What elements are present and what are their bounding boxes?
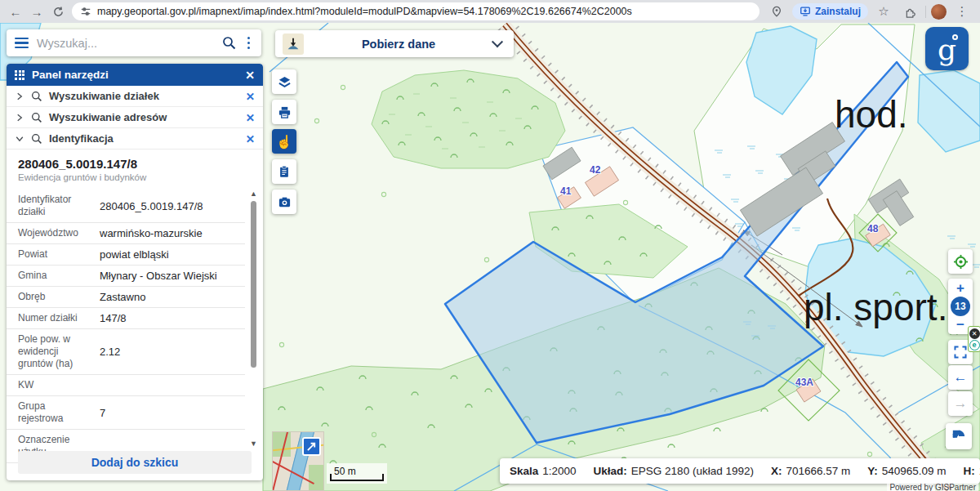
scrollbar-thumb[interactable] (251, 201, 256, 368)
chevron-down-icon (15, 134, 24, 144)
zoom-in-button[interactable]: + (956, 281, 964, 295)
browser-back-icon[interactable]: ← (5, 2, 26, 20)
map-status-bar: Skala1:2000 Układ:EPSG 2180 (układ 1992)… (500, 458, 980, 484)
building-label-41: 41 (560, 185, 572, 197)
close-tool-icon[interactable]: ✕ (246, 132, 255, 145)
browser-reload-icon[interactable] (47, 2, 69, 20)
search-icon[interactable] (222, 36, 236, 50)
tools-panel-header: Panel narzędzi ✕ (7, 64, 263, 86)
clipboard-icon (278, 165, 291, 178)
scroll-down-icon[interactable]: ▼ (250, 440, 257, 448)
attr-label: Grupa rejestrowa (18, 400, 93, 425)
attr-value: Młynary - Obszar Wiejski (93, 270, 217, 282)
camera-icon (278, 195, 292, 209)
site-info-icon[interactable] (80, 6, 91, 17)
attr-value: 2.12 (93, 346, 120, 358)
tool-label: Identyfikacja (49, 132, 239, 145)
tool-label: Wyszukiwanie adresów (49, 111, 239, 123)
zoom-out-button[interactable]: − (956, 318, 964, 332)
search-input[interactable]: Wyszukaj... (37, 37, 214, 50)
install-label: Zainstaluj (815, 6, 861, 17)
building-label-48: 48 (867, 223, 879, 234)
panel-scrollbar[interactable]: ▲ ▼ (248, 190, 260, 448)
download-data-dropdown[interactable]: Pobierz dane (275, 30, 514, 57)
table-row: Pole pow. w ewidencji gruntów (ha)2.12 (7, 329, 245, 375)
add-to-sketch-button[interactable]: Dodaj do szkicu (18, 451, 252, 474)
map-search-bar[interactable]: Wyszukaj... (7, 29, 261, 56)
history-back-button[interactable]: ← (948, 365, 973, 390)
attr-label: Numer działki (18, 312, 93, 324)
print-button[interactable] (272, 100, 296, 124)
edge-badges: ✕ e (968, 326, 980, 352)
building-label-43a: 43A (795, 377, 813, 388)
touch-pointer-icon: ☝ (276, 134, 292, 150)
map-label-hod: hod. (835, 93, 908, 136)
zoom-level-badge: 13 (951, 297, 970, 316)
profile-avatar[interactable] (931, 4, 947, 20)
attr-label: Województwo (18, 227, 93, 239)
close-panel-icon[interactable]: ✕ (245, 69, 255, 82)
search-options-icon[interactable] (244, 35, 254, 51)
close-tool-icon[interactable]: ✕ (246, 90, 255, 103)
address-bar[interactable]: mapy.geoportal.gov.pl/imapnext/imap/inde… (72, 2, 760, 20)
crs-readout: Układ:EPSG 2180 (układ 1992) (594, 465, 754, 477)
gispartner-logo-icon (951, 429, 966, 444)
edge-close-badge[interactable]: ✕ (969, 328, 980, 339)
scroll-up-icon[interactable]: ▲ (250, 190, 257, 198)
table-row: ObrębZastawno (7, 287, 245, 308)
chevron-right-icon (15, 92, 24, 101)
download-data-label: Pobierz dane (304, 38, 493, 51)
extensions-icon[interactable] (899, 2, 920, 20)
menu-hamburger-icon[interactable] (15, 38, 29, 48)
tool-address-search[interactable]: Wyszukiwanie adresów ✕ (7, 107, 263, 128)
location-permission-icon[interactable] (766, 2, 787, 20)
table-row: GminaMłynary - Obszar Wiejski (7, 266, 245, 287)
geoportal-logo[interactable]: g (925, 27, 969, 70)
geolocation-button[interactable] (948, 249, 973, 274)
search-icon (31, 112, 42, 123)
tools-panel: Panel narzędzi ✕ Wyszukiwanie działek ✕ … (7, 64, 263, 480)
logo-dot-icon (952, 34, 958, 40)
browser-toolbar: ← → mapy.geoportal.gov.pl/imapnext/imap/… (0, 0, 980, 23)
close-tool-icon[interactable]: ✕ (246, 111, 255, 124)
x-coordinate-readout: X:701666.57 m (771, 465, 850, 477)
edge-e-badge[interactable]: e (969, 340, 980, 350)
chevron-right-icon (15, 113, 24, 123)
scale-bar: 50 m (327, 463, 387, 484)
table-row: Województwowarmińsko-mazurskie (7, 223, 245, 244)
minimap-expand-icon[interactable] (302, 437, 321, 456)
attr-label: Pole pow. w ewidencji gruntów (ha) (18, 333, 93, 370)
identify-tool-button[interactable]: ☝ (272, 129, 296, 154)
install-app-button[interactable]: Zainstaluj (792, 3, 868, 20)
minimap-green-patch (309, 465, 324, 491)
toolbar-divider (925, 6, 926, 18)
attr-value: 147/8 (93, 312, 127, 324)
bookmark-star-icon[interactable]: ☆ (873, 2, 894, 20)
url-text[interactable]: mapy.geoportal.gov.pl/imapnext/imap/inde… (97, 6, 632, 17)
printer-icon (278, 105, 292, 119)
scale-readout: Skala1:2000 (510, 465, 577, 477)
layers-button[interactable] (272, 69, 296, 94)
browser-menu-icon[interactable]: ⋮ (951, 2, 973, 20)
tool-identification[interactable]: Identyfikacja ✕ (7, 128, 263, 150)
gispartner-button[interactable] (946, 423, 972, 449)
geoportal-app: 42 41 48 43A hod. pl. sport. ← → mapy.ge… (0, 0, 980, 491)
screenshot-button[interactable] (272, 190, 296, 214)
browser-forward-icon[interactable]: → (26, 2, 47, 20)
table-row: Grupa rejestrowa7 (7, 396, 245, 430)
clipboard-button[interactable] (272, 159, 296, 184)
attribute-table: Identyfikator działki280406_5.0019.147/8… (7, 190, 245, 463)
attr-label: Identyfikator działki (18, 194, 93, 218)
table-row: Powiatpowiat elbląski (7, 244, 245, 266)
overview-minimap[interactable] (272, 431, 324, 491)
attr-value: Zastawno (93, 291, 145, 303)
gispartner-link[interactable]: GISPartner (935, 483, 976, 491)
data-source-label: Ewidencja gruntów i budynków (7, 172, 263, 189)
attr-label: KW (18, 379, 93, 391)
search-icon (31, 91, 42, 102)
table-row: Numer działki147/8 (7, 308, 245, 329)
history-forward-button[interactable]: → (948, 391, 973, 416)
tool-parcel-search[interactable]: Wyszukiwanie działek ✕ (7, 86, 263, 107)
table-row: Identyfikator działki280406_5.0019.147/8 (7, 190, 245, 223)
attr-label: Obręb (18, 291, 93, 303)
